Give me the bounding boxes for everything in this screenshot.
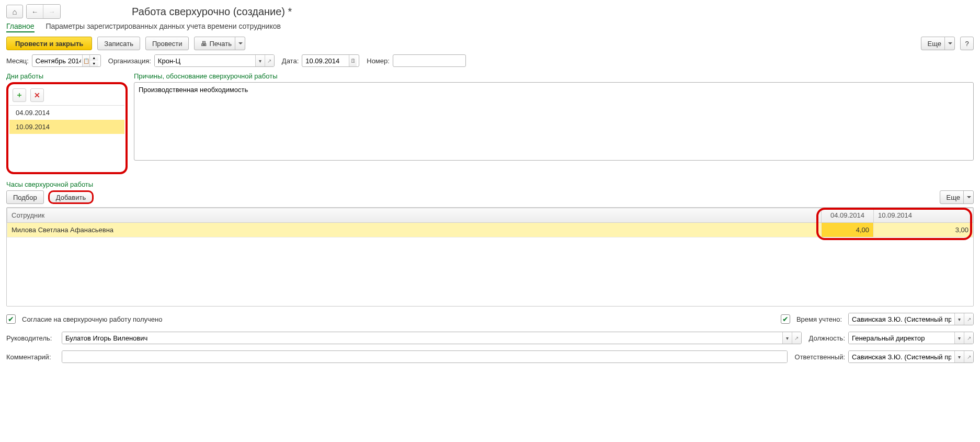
tab-main[interactable]: Главное [6,22,35,32]
more-label: Еще [928,40,941,48]
number-input[interactable] [393,54,466,67]
plus-icon: ＋ [16,90,23,100]
hours-table-wrap: Сотрудник 04.09.2014 10.09.2014 Милова С… [6,207,974,307]
month-value[interactable] [35,56,82,65]
nav-back-button[interactable] [27,5,43,18]
consent-label: Согласие на сверхурочную работу получено [22,315,162,323]
date-label: Дата: [282,57,299,65]
consent-checkbox[interactable]: ✔ [6,314,16,324]
date-input[interactable] [302,54,359,67]
org-input[interactable]: ▾ [154,54,275,67]
manager-label: Руководитель: [6,334,59,342]
add-day-button[interactable]: ＋ [13,88,26,102]
responsible-value[interactable] [849,351,954,362]
add-row-button[interactable]: Добавить [48,190,94,204]
position-label: Должность: [809,334,845,342]
arrow-right-icon [49,8,55,16]
more-caret[interactable] [944,37,952,50]
cell-employee[interactable]: Милова Светлана Афанасьевна [7,223,822,237]
tab-params[interactable]: Параметры зарегистрированных данных учет… [45,22,281,30]
manager-input[interactable]: ▾ [62,332,802,344]
position-input[interactable]: ▾ [848,332,974,344]
comment-label: Комментарий: [6,353,59,361]
nav-forward-button[interactable] [43,5,60,18]
time-person-open[interactable] [964,313,973,325]
comment-value[interactable] [62,351,787,362]
hours-more-caret[interactable] [963,191,971,203]
responsible-input[interactable]: ▾ [848,350,974,363]
calendar-icon[interactable] [349,55,357,66]
reason-title: Причины, обоснование сверхурочной работы [134,72,974,80]
more-button[interactable]: Еще [921,37,955,50]
month-picker-icon[interactable]: 📋 [82,55,89,66]
date-value[interactable] [304,56,349,65]
post-button[interactable]: Провести [145,37,189,50]
day-item[interactable]: 10.09.2014 [9,120,124,134]
responsible-open[interactable] [964,351,973,362]
home-icon [12,7,17,16]
comment-input[interactable] [62,350,788,363]
page-title: Работа сверхурочно (создание) * [132,6,292,18]
cell-hours-1[interactable]: 4,00 [822,223,874,237]
day-item[interactable]: 04.09.2014 [9,106,124,120]
pick-button[interactable]: Подбор [6,190,44,204]
col-date-2[interactable]: 10.09.2014 [874,208,973,223]
month-label: Месяц: [6,57,29,65]
col-employee[interactable]: Сотрудник [7,208,822,223]
nav-arrows [26,4,61,19]
org-open-icon[interactable] [265,55,274,66]
hours-title: Часы сверхурочной работы [6,180,974,188]
printer-icon [201,40,209,48]
manager-value[interactable] [62,332,782,344]
responsible-dropdown[interactable]: ▾ [954,351,964,362]
home-button[interactable] [6,5,23,18]
time-accounted-label: Время учтено: [796,315,842,323]
days-list: 04.09.2014 10.09.2014 [9,105,124,134]
days-title: Дни работы [6,72,128,80]
responsible-label: Ответственный: [795,353,845,361]
delete-day-button[interactable]: ✕ [30,88,44,102]
time-person-input[interactable]: ▾ [848,313,974,325]
tab-bar: Главное Параметры зарегистрированных дан… [6,22,974,32]
number-value[interactable] [395,56,463,65]
time-person-dropdown[interactable]: ▾ [954,313,964,325]
print-label: Печать [209,40,232,48]
position-dropdown[interactable]: ▾ [954,332,964,344]
hours-more-label: Еще [947,194,960,201]
manager-dropdown[interactable]: ▾ [782,332,792,344]
manager-open[interactable] [792,332,801,344]
month-input[interactable]: 📋 ▲ ▼ [32,54,101,67]
position-value[interactable] [849,332,954,344]
org-dropdown[interactable]: ▾ [255,55,265,66]
time-person-value[interactable] [849,313,954,325]
post-and-close-button[interactable]: Провести и закрыть [6,37,92,50]
arrow-left-icon [31,8,38,16]
print-button[interactable]: Печать [194,37,245,50]
reason-textarea[interactable] [134,82,974,161]
month-spinner: ▲ ▼ [89,55,98,66]
hours-more-button[interactable]: Еще [940,190,974,204]
position-open[interactable] [964,332,973,344]
org-value[interactable] [155,55,255,66]
time-accounted-checkbox[interactable]: ✔ [781,314,790,324]
write-button[interactable]: Записать [97,37,140,50]
number-label: Номер: [367,57,390,65]
print-dropdown-caret[interactable] [235,37,243,50]
col-date-1[interactable]: 04.09.2014 [822,208,874,223]
month-down[interactable]: ▼ [90,61,98,66]
days-panel: ＋ ✕ 04.09.2014 10.09.2014 [6,82,128,174]
org-label: Организация: [108,57,151,65]
hours-table: Сотрудник 04.09.2014 10.09.2014 Милова С… [7,208,973,237]
x-icon: ✕ [34,91,40,99]
help-button[interactable]: ? [960,37,974,50]
month-up[interactable]: ▲ [90,55,98,61]
cell-hours-2[interactable]: 3,00 [874,223,973,237]
table-row[interactable]: Милова Светлана Афанасьевна 4,00 3,00 [7,223,973,237]
